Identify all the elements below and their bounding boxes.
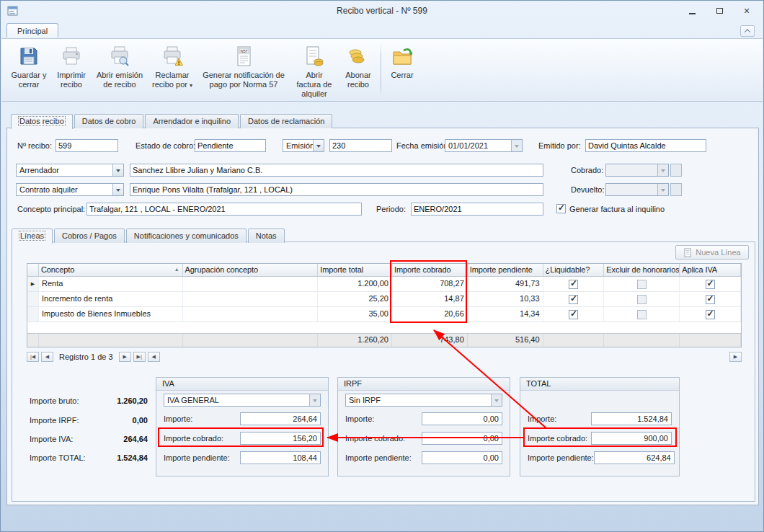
cobrado-combo [605,164,669,177]
irpf-group-title: IRPF [338,378,510,391]
irpf-importe-row: Importe: 0,00 [345,412,502,425]
maximize-button[interactable] [713,6,726,16]
periodo-input[interactable]: ENERO/2021 [411,203,543,216]
cell-importe-cobrado[interactable]: 708,27 [392,277,468,291]
scroll-right-button[interactable]: ▶ [729,352,742,362]
cell-importe-pendiente[interactable]: 491,73 [468,277,543,291]
chevron-up-icon [745,29,750,35]
emitido-por-input[interactable]: David Quintas Alcalde [585,139,706,152]
grid-empty-area [27,322,741,333]
emision-value-input[interactable]: 230 [329,139,392,152]
iva-importe-cobrado-value: 156,20 [240,432,321,445]
scroll-left-button[interactable]: ◀ [148,352,160,362]
open-receipt-issue-button[interactable]: Abrir emisión de recibo [93,41,146,99]
liquidable-checkbox[interactable] [569,280,578,289]
grid-header-agrupacion[interactable]: Agrupación concepto [183,264,319,276]
cell-agrupacion[interactable] [183,307,319,322]
new-line-button[interactable]: Nueva Línea [675,245,749,260]
datos-recibo-panel: Nº recibo: 599 Estado de cobro: Pendient… [6,128,759,505]
cell-excluir-honorarios [604,292,680,306]
record-counter: Registro 1 de 3 [55,353,117,361]
nav-next-button[interactable]: ▶ [119,352,131,362]
combo-arrow-icon[interactable] [313,140,324,151]
cell-importe-total[interactable]: 25,20 [318,292,392,306]
grid-header-importe-total[interactable]: Importe total [318,264,392,276]
claim-receipt-button[interactable]: Reclamar recibo por ▾ [148,41,197,99]
fecha-emision-field[interactable]: 01/01/2021 [445,139,523,152]
tab-lineas[interactable]: Líneas [12,229,53,244]
estado-cobro-input[interactable]: Pendiente [195,139,266,152]
concepto-principal-label: Concepto principal: [17,203,85,216]
grid-header-importe-pendiente[interactable]: Importe pendiente [468,264,543,276]
cell-concepto[interactable]: Incremento de renta [39,292,183,306]
importe-total-value: 1.524,84 [83,453,148,462]
open-rental-invoice-button[interactable]: Abrir factura de alquiler [290,41,338,99]
tab-datos-reclamacion[interactable]: Datos de reclamación [240,114,332,128]
cell-importe-pendiente[interactable]: 14,34 [468,307,543,322]
nav-prev-button[interactable]: ◀ [41,352,53,362]
grid-header-selector [27,264,39,276]
arrendador-combo[interactable]: Arrendador [16,164,124,177]
close-window-button[interactable]: Cerrar [385,41,419,99]
minimize-button[interactable] [685,6,698,16]
grid-header-aplica-iva[interactable]: Aplica IVA [680,264,741,276]
aplica-iva-checkbox[interactable] [706,310,715,319]
concepto-principal-input[interactable]: Trafalgar, 121 , LOCAL - ENERO/2021 [86,203,362,216]
grid-header-excluir-honorarios[interactable]: Excluir de honorarios [604,264,680,276]
grid-row[interactable]: ▶ Renta 1.200,00 708,27 491,73 [27,277,741,292]
combo-arrow-icon[interactable] [112,184,123,195]
cell-concepto[interactable]: Impuesto de Bienes Inmuebles [39,307,183,322]
liquidable-checkbox[interactable] [569,295,578,304]
emision-combo[interactable]: Emisión [283,139,324,152]
cell-importe-total[interactable]: 1.200,00 [318,277,392,291]
credit-receipt-button[interactable]: Abonar recibo [339,41,377,99]
combo-arrow-icon[interactable] [112,164,123,176]
ribbon-collapse-button[interactable] [740,25,755,37]
new-line-icon [683,248,693,257]
window-controls: × [685,6,753,16]
ribbon-tab-principal[interactable]: Principal [6,23,58,37]
tab-datos-de-cobro[interactable]: Datos de cobro [74,114,144,128]
norma57-notification-button[interactable]: N57 Generar notificación de pago por Nor… [198,41,289,99]
grid-row[interactable]: Incremento de renta 25,20 14,87 10,33 [27,292,741,307]
total-importe-pendiente-value: 624,84 [594,451,675,464]
nav-last-button[interactable]: ▶| [133,352,146,362]
grid-row[interactable]: Impuesto de Bienes Inmuebles 35,00 20,66… [27,307,741,322]
contrato-alquiler-input[interactable]: Enrique Pons Vilalta (Trafalgar, 121 , L… [130,183,543,196]
cell-agrupacion[interactable] [183,277,319,291]
num-recibo-input[interactable]: 599 [55,139,118,152]
grid-header-importe-cobrado[interactable]: Importe cobrado [392,264,468,276]
tab-cobros-pagos[interactable]: Cobros / Pagos [54,229,125,243]
cell-agrupacion[interactable] [183,292,319,306]
contrato-alquiler-combo[interactable]: Contrato alquiler [16,183,124,196]
cobrado-extra-button [670,164,682,177]
tab-notificaciones[interactable]: Notificaciones y comunicados [126,229,246,243]
generar-factura-label: Generar factura al inquilino [569,203,665,216]
excluir-honorarios-checkbox[interactable] [637,310,647,319]
print-receipt-button[interactable]: Imprimir recibo [51,41,92,99]
generar-factura-checkbox[interactable] [556,204,566,213]
importe-iva-value: 264,64 [83,435,148,443]
liquidable-checkbox[interactable] [569,310,578,319]
grid-header-concepto[interactable]: Concepto▲ [39,264,183,276]
aplica-iva-checkbox[interactable] [706,295,715,304]
close-button[interactable]: × [740,6,753,16]
iva-importe-pendiente-row: Importe pendiente: 108,44 [164,451,321,464]
close-folder-icon [391,45,414,68]
aplica-iva-checkbox[interactable] [706,280,715,289]
cell-concepto[interactable]: Renta [39,277,183,291]
excluir-honorarios-checkbox[interactable] [637,280,647,289]
grid-header-liquidable[interactable]: ¿Liquidable? [543,264,605,276]
save-close-button[interactable]: Guardar y cerrar [8,41,50,99]
cell-importe-cobrado[interactable]: 20,66 [392,307,468,322]
combo-arrow-icon [491,394,502,406]
tab-notas[interactable]: Notas [248,229,285,243]
cell-importe-pendiente[interactable]: 10,33 [468,292,543,306]
arrendador-input[interactable]: Sanchez Llibre Julian y Mariano C.B. [130,164,543,177]
tab-arrendador-inquilino[interactable]: Arrendador e inquilino [145,114,239,128]
excluir-honorarios-checkbox[interactable] [637,295,647,304]
nav-first-button[interactable]: |◀ [27,352,39,362]
cell-importe-total[interactable]: 35,00 [318,307,392,322]
tab-datos-recibo[interactable]: Datos recibo [11,114,73,129]
cell-importe-cobrado[interactable]: 14,87 [392,292,468,306]
